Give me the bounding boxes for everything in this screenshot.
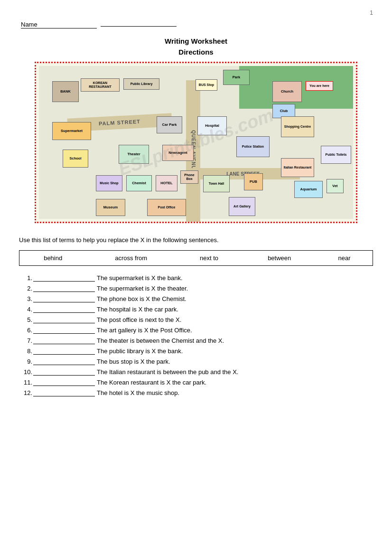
- building-hospital: Hospital: [197, 116, 227, 135]
- exercise-sentence: The art gallery is X the Post Office.: [97, 327, 192, 334]
- exercise-sentence: The theater is between the Chemist and t…: [97, 337, 224, 344]
- exercise-number: 4.: [19, 306, 32, 313]
- building-hotel: HOTEL: [156, 175, 177, 191]
- exercise-number: 2.: [19, 285, 32, 292]
- building-music-shop: Music Shop: [96, 175, 122, 191]
- building-vet: Vet: [327, 179, 344, 193]
- exercise-item-6: 6.The art gallery is X the Post Office.: [19, 327, 373, 334]
- building-aquarium: Aquarium: [294, 181, 323, 198]
- term-between: between: [243, 252, 316, 264]
- term-next-to: next to: [177, 252, 242, 264]
- exercise-sentence: The Italian restaurant is between the pu…: [97, 368, 238, 376]
- building-town-hall: Town Hall: [203, 175, 230, 192]
- building-car-park: Car Park: [157, 116, 182, 133]
- building-phone-box: Phone Box: [180, 170, 198, 184]
- term-near: near: [317, 252, 372, 264]
- answer-blank[interactable]: [33, 302, 95, 302]
- exercise-item-11: 11.The Korean restaurant is X the car pa…: [19, 379, 373, 386]
- exercise-sentence: The supermarket is X the theater.: [97, 285, 188, 292]
- exercise-number: 7.: [19, 337, 32, 344]
- building-public-library: Public Library: [123, 78, 159, 90]
- exercise-sentence: The public library is X the bank.: [97, 348, 183, 355]
- exercise-sentence: The post office is next to the X.: [97, 316, 181, 323]
- map-inner: QUEEN AVENUE PALM STREET LANE STREET BAN…: [39, 66, 353, 219]
- answer-blank[interactable]: [33, 344, 95, 344]
- answer-blank[interactable]: [33, 396, 95, 396]
- exercise-item-3: 3.The phone box is X the Chemist.: [19, 295, 373, 302]
- building-public-toilets: Public Toilets: [321, 146, 351, 164]
- exercise-number: 9.: [19, 358, 32, 365]
- directions-title: Directions: [19, 48, 373, 56]
- exercise-sentence: The Korean restaurant is X the car park.: [97, 379, 206, 386]
- building-art-gallery: Art Gallery: [229, 197, 255, 216]
- name-field-row: Name: [19, 21, 373, 28]
- building-pub: PUB: [244, 173, 263, 190]
- answer-blank[interactable]: [33, 312, 95, 313]
- building-school: School: [63, 150, 88, 168]
- exercise-sentence: The supermarket is X the bank.: [97, 274, 183, 282]
- exercise-item-8: 8.The public library is X the bank.: [19, 348, 373, 355]
- building-newsagent: Newsagent: [162, 145, 194, 161]
- exercise-item-10: 10.The Italian restaurant is between the…: [19, 368, 373, 376]
- exercises-list: 1.The supermarket is X the bank.2.The su…: [19, 274, 373, 396]
- page-number: 1: [19, 9, 373, 16]
- answer-blank[interactable]: [33, 365, 95, 365]
- exercise-number: 12.: [19, 389, 32, 396]
- worksheet-title: Writing Worksheet: [19, 37, 373, 45]
- exercise-item-5: 5.The post office is next to the X.: [19, 316, 373, 323]
- exercise-number: 5.: [19, 316, 32, 323]
- exercise-number: 6.: [19, 327, 32, 334]
- exercise-item-4: 4.The hospital is X the car park.: [19, 306, 373, 313]
- exercise-sentence: The phone box is X the Chemist.: [97, 295, 187, 302]
- building-theater: Theater: [119, 145, 149, 164]
- answer-blank[interactable]: [33, 281, 95, 282]
- terms-row: behind across from next to between near: [20, 252, 372, 264]
- exercise-sentence: The hotel is X the music shop.: [97, 389, 179, 396]
- exercise-number: 8.: [19, 348, 32, 355]
- term-behind: behind: [20, 252, 85, 264]
- answer-blank[interactable]: [33, 292, 95, 292]
- exercise-item-2: 2.The supermarket is X the theater.: [19, 285, 373, 292]
- building-you-are-here: You are here: [306, 81, 333, 91]
- building-shopping-centre: Shopping Centre: [281, 116, 314, 137]
- map-wrapper: QUEEN AVENUE PALM STREET LANE STREET BAN…: [35, 62, 357, 223]
- exercise-sentence: The hospital is X the car park.: [97, 306, 178, 313]
- building-museum: Museum: [96, 199, 125, 216]
- building-korean-restaurant: KOREAN RESTAURANT: [81, 78, 120, 92]
- exercise-item-7: 7.The theater is between the Chemist and…: [19, 337, 373, 344]
- instructions-text: Use this list of terms to help you repla…: [19, 236, 373, 244]
- answer-blank[interactable]: [33, 386, 95, 386]
- terms-table: behind across from next to between near: [19, 250, 373, 266]
- exercise-number: 1.: [19, 274, 32, 282]
- building-bank: BANK: [52, 81, 79, 102]
- exercise-item-9: 9.The bus stop is X the park.: [19, 358, 373, 365]
- answer-blank[interactable]: [33, 375, 95, 376]
- name-underline: [101, 26, 177, 27]
- exercise-sentence: The bus stop is X the park.: [97, 358, 170, 365]
- building-church: Church: [272, 81, 302, 102]
- exercise-number: 3.: [19, 295, 32, 302]
- building-supermarket: Supermarket: [52, 122, 91, 140]
- exercise-number: 10.: [19, 368, 32, 376]
- building-park: Park: [223, 70, 250, 85]
- exercise-number: 11.: [19, 379, 32, 386]
- term-across-from: across from: [86, 252, 176, 264]
- answer-blank[interactable]: [33, 323, 95, 323]
- building-police-station: Police Station: [236, 136, 270, 157]
- exercise-item-1: 1.The supermarket is X the bank.: [19, 274, 373, 282]
- answer-blank[interactable]: [33, 354, 95, 355]
- answer-blank[interactable]: [33, 333, 95, 334]
- building-italian-restaurant: Italian Restaurant: [281, 158, 314, 177]
- exercise-item-12: 12.The hotel is X the music shop.: [19, 389, 373, 396]
- building-post-office: Post Office: [147, 199, 186, 216]
- name-label: Name: [21, 21, 97, 28]
- building-chemist: Chemist: [126, 175, 152, 191]
- building-bus-stop: BUS Stop: [196, 79, 217, 91]
